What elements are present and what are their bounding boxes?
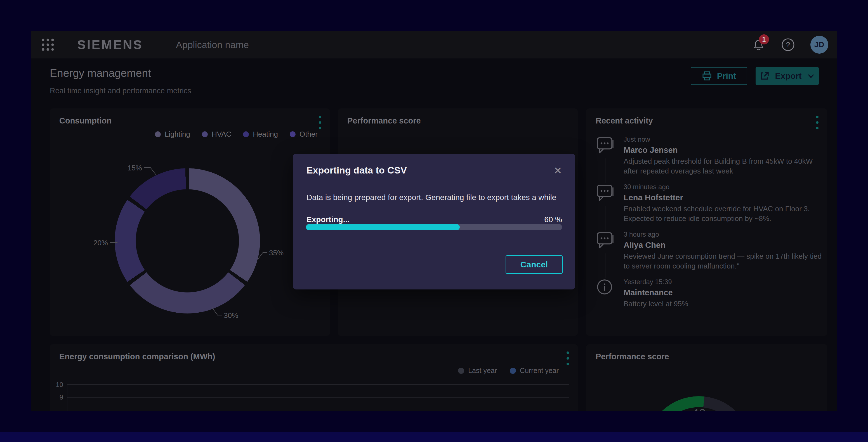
gauge-value: 40 — [682, 406, 716, 411]
consumption-card: Consumption Lighting HVAC Heating Other — [50, 108, 330, 336]
legend-dot — [202, 131, 208, 137]
comparison-chart-grid — [50, 344, 578, 411]
activity-timestamp: 30 minutes ago — [624, 183, 809, 191]
page-title: Energy management — [50, 67, 151, 79]
user-avatar[interactable]: JD — [810, 36, 828, 54]
performance-score-card-bottom: Performance score 40 — [586, 344, 827, 411]
card-title: Performance score — [347, 116, 421, 126]
legend-label: Heating — [253, 130, 278, 139]
activity-timestamp: Yesterday 15:39 — [624, 278, 809, 286]
export-dialog: Exporting data to CSV ✕ Data is being pr… — [293, 154, 575, 290]
legend-item-other[interactable]: Other — [290, 130, 318, 139]
timeline-connector — [605, 159, 606, 183]
activity-item[interactable]: Just now Marco Jensen Adjusted peak thre… — [596, 136, 809, 176]
timeline-connector — [605, 206, 606, 231]
card-title: Performance score — [596, 352, 669, 361]
notification-badge: 1 — [759, 34, 769, 44]
activity-item[interactable]: Yesterday 15:39 Maintenance Battery leve… — [596, 278, 809, 309]
activity-timestamp: 3 hours ago — [624, 231, 809, 238]
help-icon: ? — [781, 38, 795, 52]
kebab-menu-icon[interactable] — [816, 116, 819, 129]
card-title: Recent activity — [596, 116, 653, 126]
energy-comparison-card: Energy consumption comparison (MWh) Last… — [50, 344, 578, 411]
top-navbar: SIEMENS Application name 1 ? JD — [31, 31, 837, 58]
export-button[interactable]: Export — [755, 67, 819, 85]
activity-item[interactable]: 30 minutes ago Lena Hofstetter Enabled w… — [596, 183, 809, 224]
progress-bar-fill — [306, 224, 460, 230]
activity-text: Adjusted peak threshold for Building B f… — [624, 157, 825, 176]
slice-label-heating: 20% — [87, 239, 108, 247]
svg-text:?: ? — [786, 40, 790, 49]
print-label: Print — [717, 71, 736, 81]
cancel-button[interactable]: Cancel — [505, 256, 563, 274]
header-actions: Print Export — [691, 67, 819, 85]
navbar-actions: 1 ? JD — [752, 36, 828, 54]
export-icon — [759, 71, 770, 81]
siemens-logo: SIEMENS — [77, 37, 143, 52]
legend-item-hvac[interactable]: HVAC — [202, 130, 231, 139]
activity-author: Lena Hofstetter — [624, 193, 809, 202]
legend-label: HVAC — [212, 130, 231, 139]
legend-item-lighting[interactable]: Lighting — [155, 130, 190, 139]
application-name: Application name — [176, 39, 249, 50]
progress-label: Exporting... — [307, 215, 349, 224]
app-switcher-icon[interactable] — [41, 38, 54, 51]
legend-dot — [290, 131, 296, 137]
consumption-donut-chart[interactable] — [115, 168, 260, 313]
legend-dot — [155, 131, 161, 137]
progress-bar — [306, 224, 562, 230]
consumption-legend: Lighting HVAC Heating Other — [155, 130, 318, 139]
page-subtitle: Real time insight and performance metric… — [50, 87, 191, 95]
kebab-menu-icon[interactable] — [319, 116, 321, 129]
activity-timestamp: Just now — [624, 136, 809, 143]
card-title: Consumption — [59, 116, 112, 126]
close-icon[interactable]: ✕ — [552, 163, 564, 178]
activity-author: Maintenance — [624, 288, 809, 297]
legend-label: Lighting — [165, 130, 190, 139]
activity-author: Aliya Chen — [624, 241, 809, 250]
printer-icon — [702, 71, 712, 81]
legend-label: Other — [300, 130, 318, 139]
slice-label-lighting: 35% — [269, 249, 284, 257]
print-button[interactable]: Print — [691, 67, 747, 85]
export-label: Export — [775, 71, 801, 81]
info-icon — [596, 278, 616, 298]
legend-dot — [243, 131, 249, 137]
export-progress-screen: { "theme": { "colors": { "accent": "#12c… — [0, 0, 868, 442]
progress-percent: 60 % — [544, 215, 562, 224]
help-button[interactable]: ? — [781, 38, 795, 52]
activity-text: Enabled weekend schedule override for HV… — [624, 204, 825, 224]
recent-activity-card: Recent activity Just now Marco Jensen Ad… — [586, 108, 827, 336]
activity-author: Marco Jensen — [624, 145, 809, 155]
activity-text: Reviewed June consumption trend — spike … — [624, 251, 825, 271]
legend-item-heating[interactable]: Heating — [243, 130, 278, 139]
bottom-accent-strip — [0, 432, 868, 442]
message-icon — [596, 183, 616, 203]
timeline-connector — [605, 253, 606, 278]
chevron-down-icon — [807, 72, 815, 80]
dialog-title: Exporting data to CSV — [307, 165, 407, 176]
dialog-message: Data is being prepared for export. Gener… — [307, 193, 562, 202]
message-icon — [596, 136, 616, 155]
slice-label-other: 15% — [121, 164, 142, 172]
slice-label-hvac: 30% — [224, 311, 238, 320]
activity-text: Battery level at 95% — [624, 299, 825, 309]
notifications-button[interactable]: 1 — [752, 38, 766, 52]
activity-item[interactable]: 3 hours ago Aliya Chen Reviewed June con… — [596, 231, 809, 271]
message-icon — [596, 231, 616, 250]
